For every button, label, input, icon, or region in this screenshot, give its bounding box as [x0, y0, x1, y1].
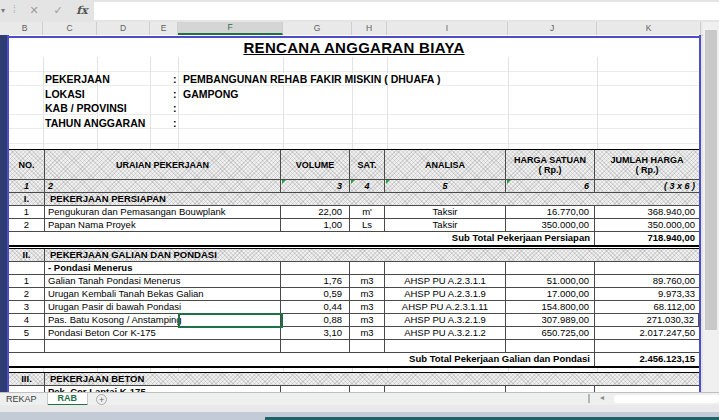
- cell-uraian[interactable]: - Pondasi Menerus: [45, 262, 281, 274]
- horizontal-scrollbar-thumb[interactable]: [614, 395, 719, 403]
- tab-scrollbar-splitter[interactable]: [588, 394, 590, 403]
- cell-jumlah[interactable]: 350.000,00: [595, 219, 699, 231]
- cell-analisa[interactable]: AHSP PU A.2.3.1.11: [385, 301, 506, 313]
- cell-section-no[interactable]: III.: [9, 373, 45, 385]
- cell-harga[interactable]: 17.000,00: [506, 288, 595, 300]
- cell-analisa[interactable]: AHSP PU A.3.2.1.2: [385, 327, 506, 339]
- cell-no[interactable]: 1: [9, 275, 45, 287]
- cancel-icon[interactable]: ✕: [26, 4, 42, 17]
- cell-subtotal-value[interactable]: 2.456.123,15: [595, 353, 699, 366]
- col-header-I[interactable]: I: [387, 22, 508, 35]
- cell-harga[interactable]: 350.000,00: [506, 219, 595, 231]
- cell-sat[interactable]: m': [350, 206, 385, 218]
- cell-harga[interactable]: 51.000,00: [506, 275, 595, 287]
- cell-no[interactable]: 1: [9, 206, 45, 218]
- cell-sat[interactable]: m3: [350, 314, 385, 326]
- cell-volume[interactable]: [281, 386, 350, 392]
- cell-sat[interactable]: Ls: [350, 219, 385, 231]
- cell-volume[interactable]: 22,00: [281, 206, 350, 218]
- cell-sat[interactable]: m3: [350, 275, 385, 287]
- vertical-scrollbar-thumb[interactable]: [705, 30, 717, 330]
- header-uraian[interactable]: URAIAN PEKERJAAN: [45, 150, 281, 179]
- header-jumlah[interactable]: JUMLAH HARGA( Rp.): [595, 150, 699, 179]
- cell-volume[interactable]: 3,10: [281, 327, 350, 339]
- new-sheet-icon[interactable]: +: [96, 394, 107, 405]
- cell-subtotal-label[interactable]: Sub Total Pekerjaan Persiapan: [9, 232, 595, 245]
- cell-volume[interactable]: 1,76: [281, 275, 350, 287]
- scroll-left-icon[interactable]: ◂: [600, 393, 604, 402]
- formula-input[interactable]: [94, 2, 719, 20]
- col-header-K[interactable]: K: [597, 22, 701, 35]
- header-volume[interactable]: VOLUME: [281, 150, 350, 179]
- cell-volume[interactable]: 0,88: [281, 314, 350, 326]
- cell-uraian[interactable]: Urugan Kembali Tanah Bekas Galian: [45, 288, 281, 300]
- cell-uraian[interactable]: Galian Tanah Pondasi Menerus: [45, 275, 281, 287]
- header-no[interactable]: NO.: [9, 150, 45, 179]
- cell-uraian[interactable]: Papan Nama Proyek: [45, 219, 281, 231]
- cell-jumlah[interactable]: 89.760,00: [595, 275, 699, 287]
- col-header-C[interactable]: C: [43, 22, 97, 35]
- col-header-J[interactable]: J: [508, 22, 597, 35]
- cell-analisa[interactable]: AHSP PU A.2.3.1.9: [385, 288, 506, 300]
- header-sat[interactable]: SAT.: [350, 150, 385, 179]
- numbering-sat[interactable]: 4: [350, 180, 385, 192]
- cell-sat[interactable]: [350, 386, 385, 392]
- col-header-D[interactable]: D: [97, 22, 150, 35]
- cell-uraian[interactable]: Pondasi Beton Cor K-175: [45, 327, 281, 339]
- cell-analisa[interactable]: [385, 262, 506, 274]
- cell-uraian[interactable]: Urugan Pasir di bawah Pondasi: [45, 301, 281, 313]
- cell-volume[interactable]: [281, 262, 350, 274]
- cell-volume[interactable]: 0,44: [281, 301, 350, 313]
- cell-no[interactable]: 2: [9, 288, 45, 300]
- cell-no[interactable]: [9, 386, 45, 392]
- name-box-arrow-icon[interactable]: ▾: [1, 6, 5, 15]
- cell-jumlah[interactable]: 2.017.247,50: [595, 327, 699, 339]
- cell-section-no[interactable]: I.: [9, 193, 45, 205]
- cell-analisa[interactable]: AHSP PU A.2.3.1.1: [385, 275, 506, 287]
- cell-analisa[interactable]: Taksir: [385, 219, 506, 231]
- numbering-volume[interactable]: 3: [281, 180, 350, 192]
- cell-jumlah[interactable]: 271.030,32: [595, 314, 699, 326]
- confirm-icon[interactable]: ✓: [50, 4, 66, 17]
- header-analisa[interactable]: ANALISA: [385, 150, 506, 179]
- cell-jumlah[interactable]: [595, 262, 699, 274]
- cell-no[interactable]: [9, 340, 45, 352]
- cell-no[interactable]: 3: [9, 301, 45, 313]
- col-header-F[interactable]: F: [178, 22, 283, 35]
- cell-sat[interactable]: m3: [350, 327, 385, 339]
- cell-jumlah[interactable]: [595, 386, 699, 392]
- cell-volume[interactable]: 1,00: [281, 219, 350, 231]
- numbering-analisa[interactable]: 5: [385, 180, 506, 192]
- col-header-E[interactable]: E: [150, 22, 178, 35]
- cell-uraian[interactable]: Pengukuran dan Pemasangan Bouwplank: [45, 206, 281, 218]
- cell-no[interactable]: [9, 262, 45, 274]
- col-header-H[interactable]: H: [352, 22, 387, 35]
- cell-harga[interactable]: [506, 386, 595, 392]
- cell-uraian[interactable]: Pek. Cor Lantai K-175: [45, 386, 281, 392]
- cell-sat[interactable]: m3: [350, 288, 385, 300]
- cell-subtotal-value[interactable]: 718.940,00: [595, 232, 699, 245]
- numbering-no[interactable]: 1: [9, 180, 45, 192]
- cell-no[interactable]: 5: [9, 327, 45, 339]
- numbering-uraian[interactable]: 2: [45, 180, 281, 192]
- cell-jumlah[interactable]: [595, 340, 699, 352]
- cell-section-no[interactable]: II.: [9, 249, 45, 261]
- cell-analisa[interactable]: [385, 386, 506, 392]
- header-harga[interactable]: HARGA SATUAN( Rp.): [506, 150, 595, 179]
- cell-jumlah[interactable]: 368.940,00: [595, 206, 699, 218]
- cell-analisa[interactable]: [385, 340, 506, 352]
- cell-analisa[interactable]: Taksir: [385, 206, 506, 218]
- cell-no[interactable]: 2: [9, 219, 45, 231]
- col-header-G[interactable]: G: [283, 22, 352, 35]
- cell-volume[interactable]: 0,59: [281, 288, 350, 300]
- cell-jumlah[interactable]: 9.973,33: [595, 288, 699, 300]
- cell-section-label[interactable]: PEKERJAAN GALIAN DAN PONDASI: [45, 249, 699, 261]
- cell-sat[interactable]: m3: [350, 301, 385, 313]
- numbering-harga[interactable]: 6: [506, 180, 595, 192]
- col-header-B[interactable]: B: [7, 22, 43, 35]
- cell-harga[interactable]: [506, 340, 595, 352]
- cell-jumlah[interactable]: 68.112,00: [595, 301, 699, 313]
- cell-subtotal-label[interactable]: Sub Total Pekerjaan Galian dan Pondasi: [9, 353, 595, 366]
- cell-sat[interactable]: [350, 340, 385, 352]
- cell-harga[interactable]: 16.770,00: [506, 206, 595, 218]
